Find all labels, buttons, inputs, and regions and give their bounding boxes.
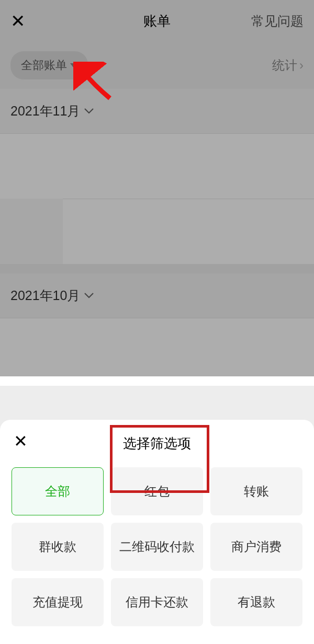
filter-option-refund[interactable]: 有退款 [210,578,302,626]
chevron-right-icon: › [299,58,304,73]
filter-option-hongbao[interactable]: 红包 [111,467,203,515]
sheet-close-icon[interactable]: ✕ [14,431,28,451]
section-gap [0,264,314,273]
filter-dropdown-label: 全部账单 [21,58,67,73]
triangle-down-icon [70,63,77,68]
faq-link[interactable]: 常见问题 [251,13,304,30]
sheet-header: ✕ 选择筛选项 [6,432,308,467]
filter-option-qrcode[interactable]: 二维码收付款 [111,523,203,571]
transaction-row-placeholder [0,318,314,386]
stats-label: 统计 [272,57,297,74]
filter-option-merchant[interactable]: 商户消费 [210,523,302,571]
stats-link[interactable]: 统计 › [272,57,304,74]
month-section-1: 2021年10月 [0,273,314,386]
transaction-row-placeholder [63,199,314,264]
month-label-1: 2021年10月 [10,287,80,304]
chevron-down-icon [84,108,94,114]
filter-bottom-sheet: ✕ 选择筛选项 全部 红包 转账 群收款 二维码收付款 商户消费 充值提现 信用… [0,420,314,644]
chevron-down-icon [84,293,94,299]
header-bar: ✕ 账单 常见问题 [0,0,314,42]
filter-dropdown-button[interactable]: 全部账单 [10,51,88,79]
filter-options-grid: 全部 红包 转账 群收款 二维码收付款 商户消费 充值提现 信用卡还款 有退款 [6,467,308,626]
filter-option-transfer[interactable]: 转账 [210,467,302,515]
filter-option-creditcard[interactable]: 信用卡还款 [111,578,203,626]
filter-bar: 全部账单 统计 › [0,42,314,89]
transaction-row-placeholder [0,133,314,199]
filter-option-recharge[interactable]: 充值提现 [12,578,104,626]
month-header-1[interactable]: 2021年10月 [0,273,314,318]
filter-option-group-collect[interactable]: 群收款 [12,523,104,571]
page-title: 账单 [143,12,171,30]
month-section-0: 2021年11月 [0,89,314,264]
sheet-title: 选择筛选项 [123,434,191,453]
filter-option-all[interactable]: 全部 [12,467,104,515]
month-header-0[interactable]: 2021年11月 [0,89,314,133]
close-icon[interactable]: ✕ [10,10,25,31]
month-label-0: 2021年11月 [10,102,80,120]
